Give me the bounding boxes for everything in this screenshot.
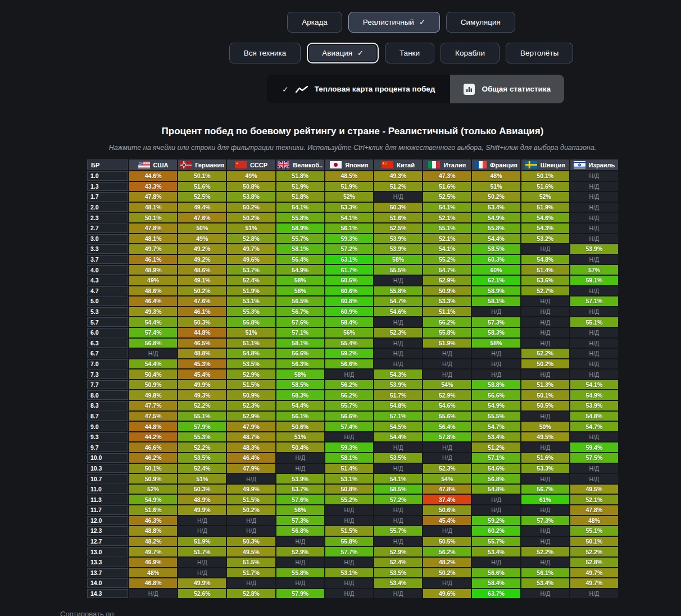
heatmap-cell[interactable]: 52.5% bbox=[423, 192, 471, 202]
heatmap-cell[interactable]: 47.5% bbox=[129, 412, 177, 421]
br-row-label[interactable]: 3.0 bbox=[87, 234, 128, 244]
br-row-label[interactable]: 9.7 bbox=[87, 442, 128, 452]
heatmap-cell[interactable]: 52% bbox=[521, 192, 569, 202]
heatmap-cell[interactable]: 48.7% bbox=[227, 432, 275, 442]
heatmap-cell[interactable]: 50.9% bbox=[423, 286, 471, 296]
heatmap-cell[interactable]: 49.6% bbox=[227, 255, 275, 264]
heatmap-cell[interactable]: 53.9% bbox=[276, 474, 324, 483]
heatmap-cell[interactable]: Н/Д bbox=[521, 505, 569, 515]
heatmap-cell[interactable]: Н/Д bbox=[521, 328, 569, 337]
heatmap-cell[interactable]: Н/Д bbox=[521, 537, 569, 546]
heatmap-cell[interactable]: Н/Д bbox=[374, 359, 422, 369]
heatmap-cell[interactable]: 48% bbox=[129, 568, 177, 578]
heatmap-cell[interactable]: Н/Д bbox=[423, 369, 471, 379]
heatmap-cell[interactable]: 51.2% bbox=[374, 182, 422, 191]
heatmap-cell[interactable]: 55.7% bbox=[276, 234, 324, 244]
heatmap-cell[interactable]: 50.8% bbox=[227, 182, 275, 191]
heatmap-cell[interactable]: 56.5% bbox=[276, 296, 324, 306]
heatmap-cell[interactable]: 56% bbox=[276, 505, 324, 515]
br-row-label[interactable]: 11.7 bbox=[87, 505, 128, 515]
heatmap-cell[interactable]: 60.5% bbox=[325, 276, 373, 285]
heatmap-cell[interactable]: 51.2% bbox=[472, 442, 520, 452]
br-row-label[interactable]: 2.3 bbox=[87, 213, 128, 222]
heatmap-cell[interactable]: 60.9% bbox=[325, 307, 373, 317]
heatmap-cell[interactable]: Н/Д bbox=[521, 526, 569, 536]
heatmap-cell[interactable]: 50.1% bbox=[521, 171, 569, 181]
heatmap-cell[interactable]: Н/Д bbox=[570, 182, 618, 191]
heatmap-cell[interactable]: 52.8% bbox=[227, 589, 275, 599]
br-row-label[interactable]: 7.0 bbox=[87, 359, 128, 369]
heatmap-cell[interactable]: 51.7% bbox=[227, 568, 275, 578]
heatmap-cell[interactable]: 56.1% bbox=[325, 223, 373, 233]
heatmap-cell[interactable]: 57.3% bbox=[521, 516, 569, 526]
heatmap-cell[interactable]: 52.3% bbox=[227, 401, 275, 410]
heatmap-cell[interactable]: Н/Д bbox=[374, 317, 422, 327]
br-row-label[interactable]: 6.7 bbox=[87, 349, 128, 358]
heatmap-cell[interactable]: Н/Д bbox=[570, 192, 618, 202]
br-row-label[interactable]: 4.0 bbox=[87, 265, 128, 275]
heatmap-cell[interactable]: 52.1% bbox=[423, 213, 471, 222]
br-row-label[interactable]: 5.3 bbox=[87, 307, 128, 317]
heatmap-cell[interactable]: 54.9% bbox=[129, 495, 177, 504]
heatmap-cell[interactable]: 52.7% bbox=[521, 286, 569, 296]
br-row-label[interactable]: 8.0 bbox=[87, 390, 128, 400]
heatmap-cell[interactable]: 50.2% bbox=[423, 568, 471, 578]
br-row-label[interactable]: 10.7 bbox=[87, 474, 128, 483]
heatmap-cell[interactable]: Н/Д bbox=[129, 589, 177, 599]
heatmap-cell[interactable]: 44.8% bbox=[178, 328, 226, 337]
heatmap-cell[interactable]: Н/Д bbox=[472, 359, 520, 369]
heatmap-cell[interactable]: 57.1% bbox=[374, 412, 422, 421]
vehicle-tab-aviation[interactable]: Авиация✓ bbox=[307, 43, 379, 63]
heatmap-cell[interactable]: 57.2% bbox=[374, 495, 422, 504]
heatmap-cell[interactable]: 52.1% bbox=[423, 234, 471, 244]
heatmap-cell[interactable]: 51.9% bbox=[521, 203, 569, 212]
heatmap-cell[interactable]: 53.1% bbox=[227, 296, 275, 306]
heatmap-cell[interactable]: 45.3% bbox=[178, 359, 226, 369]
heatmap-cell[interactable]: 52.2% bbox=[521, 547, 569, 556]
heatmap-cell[interactable]: Н/Д bbox=[178, 516, 226, 526]
heatmap-cell[interactable]: 50% bbox=[521, 422, 569, 431]
heatmap-cell[interactable]: 52.5% bbox=[178, 192, 226, 202]
br-row-label[interactable]: 7.3 bbox=[87, 369, 128, 379]
heatmap-cell[interactable]: 55.1% bbox=[178, 412, 226, 421]
heatmap-cell[interactable]: 47.8% bbox=[129, 223, 177, 233]
heatmap-cell[interactable]: Н/Д bbox=[423, 453, 471, 463]
heatmap-cell[interactable]: 37.4% bbox=[423, 495, 471, 504]
heatmap-cell[interactable]: Н/Д bbox=[129, 349, 177, 358]
heatmap-cell[interactable]: 50.1% bbox=[129, 464, 177, 473]
heatmap-cell[interactable]: 56.4% bbox=[423, 422, 471, 431]
heatmap-cell[interactable]: 49.9% bbox=[227, 485, 275, 494]
heatmap-cell[interactable]: 51.4% bbox=[521, 265, 569, 275]
heatmap-cell[interactable]: 52.5% bbox=[374, 223, 422, 233]
heatmap-cell[interactable]: 46.4% bbox=[129, 296, 177, 306]
heatmap-cell[interactable]: Н/Д bbox=[521, 442, 569, 452]
heatmap-cell[interactable]: 51% bbox=[227, 328, 275, 337]
heatmap-cell[interactable]: 59.3% bbox=[325, 234, 373, 244]
heatmap-cell[interactable]: 50.1% bbox=[129, 213, 177, 222]
heatmap-cell[interactable]: 54.1% bbox=[423, 203, 471, 212]
mode-tab-simulation[interactable]: Симуляция bbox=[446, 12, 515, 33]
heatmap-cell[interactable]: 49.5% bbox=[521, 432, 569, 442]
heatmap-cell[interactable]: 46.6% bbox=[129, 442, 177, 452]
heatmap-cell[interactable]: 53.7% bbox=[276, 485, 324, 494]
heatmap-cell[interactable]: 48.2% bbox=[423, 558, 471, 567]
heatmap-cell[interactable]: 51% bbox=[472, 182, 520, 191]
heatmap-cell[interactable]: 55.8% bbox=[325, 537, 373, 546]
br-row-label[interactable]: 7.7 bbox=[87, 380, 128, 390]
heatmap-cell[interactable]: Н/Д bbox=[570, 307, 618, 317]
heatmap-cell[interactable]: 55.5% bbox=[374, 265, 422, 275]
view-toggle-stats[interactable]: Общая статистика bbox=[450, 75, 564, 103]
heatmap-cell[interactable]: 58% bbox=[472, 339, 520, 348]
heatmap-cell[interactable]: 54.7% bbox=[472, 422, 520, 431]
heatmap-cell[interactable]: 49.3% bbox=[178, 390, 226, 400]
heatmap-cell[interactable]: Н/Д bbox=[374, 349, 422, 358]
heatmap-cell[interactable]: 55.7% bbox=[374, 526, 422, 536]
heatmap-cell[interactable]: Н/Д bbox=[374, 276, 422, 285]
heatmap-cell[interactable]: 55.7% bbox=[325, 401, 373, 410]
heatmap-cell[interactable]: 57.6% bbox=[276, 495, 324, 504]
heatmap-cell[interactable]: 53.9% bbox=[374, 244, 422, 254]
heatmap-cell[interactable]: 55.1% bbox=[570, 317, 618, 327]
heatmap-cell[interactable]: 46.9% bbox=[129, 558, 177, 567]
br-row-label[interactable]: 14.0 bbox=[87, 578, 128, 588]
heatmap-cell[interactable]: 62.1% bbox=[472, 276, 520, 285]
